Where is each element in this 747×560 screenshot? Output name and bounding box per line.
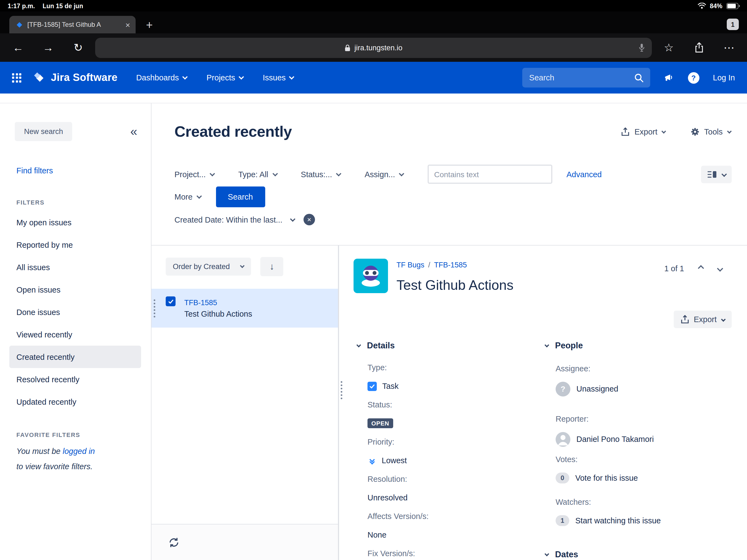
close-tab-icon[interactable]: × bbox=[125, 21, 130, 29]
sidebar-item-created-recently[interactable]: Created recently bbox=[9, 346, 141, 368]
drag-handle-icon[interactable] bbox=[154, 299, 155, 317]
watchers-value: 1 Start watching this issue bbox=[556, 511, 731, 530]
panel-resize-handle[interactable] bbox=[341, 381, 342, 399]
watchers-label: Watchers: bbox=[556, 493, 731, 511]
votes-value: 0 Vote for this issue bbox=[556, 469, 731, 487]
start-watching-link[interactable]: Start watching this issue bbox=[575, 516, 661, 525]
clock: 1:17 p.m. bbox=[8, 2, 35, 9]
microphone-icon[interactable] bbox=[639, 43, 645, 52]
issue-key-link[interactable]: TFB-1585 bbox=[184, 298, 338, 307]
chevron-down-icon bbox=[289, 74, 294, 79]
list-footer bbox=[152, 524, 338, 560]
chevron-down-icon bbox=[357, 343, 361, 348]
sidebar-item-all-issues[interactable]: All issues bbox=[0, 256, 151, 278]
sort-direction-button[interactable]: ↓ bbox=[261, 257, 284, 276]
nav-menu-projects[interactable]: Projects bbox=[206, 73, 243, 82]
project-link[interactable]: TF Bugs bbox=[396, 261, 424, 269]
sidebar-item-reported-by-me[interactable]: Reported by me bbox=[0, 233, 151, 256]
app-switcher-icon[interactable] bbox=[12, 73, 21, 82]
vote-for-issue-link[interactable]: Vote for this issue bbox=[575, 474, 638, 482]
nav-search-input[interactable]: Search bbox=[522, 68, 650, 87]
favorite-filters-heading: FAVORITE FILTERS bbox=[17, 432, 151, 438]
next-issue-button[interactable] bbox=[717, 265, 723, 271]
resolution-value: Unresolved bbox=[367, 488, 532, 507]
sidebar-item-open-issues[interactable]: Open issues bbox=[0, 278, 151, 301]
remove-filter-button[interactable]: × bbox=[304, 214, 315, 225]
new-search-button[interactable]: New search bbox=[15, 122, 73, 141]
affects-version-label: Affects Version/s: bbox=[367, 507, 532, 526]
filter-type-dropdown[interactable]: Type: All bbox=[238, 170, 277, 179]
sidebar-item-my-open-issues[interactable]: My open issues bbox=[0, 211, 151, 233]
issue-list-item[interactable]: TFB-1585 Test Github Actions bbox=[152, 289, 338, 328]
search-icon bbox=[634, 73, 643, 82]
tab-count-button[interactable]: 1 bbox=[727, 19, 739, 30]
back-button[interactable]: ← bbox=[11, 42, 25, 53]
nav-search-placeholder: Search bbox=[529, 73, 634, 82]
chevron-down-icon bbox=[399, 171, 404, 176]
sidebar-item-updated-recently[interactable]: Updated recently bbox=[0, 390, 151, 413]
url-text: jira.tungsten.io bbox=[354, 44, 403, 52]
pager-text: 1 of 1 bbox=[664, 264, 684, 273]
jira-logo[interactable]: Jira Software bbox=[33, 71, 118, 84]
forward-button[interactable]: → bbox=[41, 42, 55, 53]
sidebar-item-done-issues[interactable]: Done issues bbox=[0, 301, 151, 323]
refresh-icon[interactable] bbox=[169, 537, 179, 548]
tools-button[interactable]: Tools bbox=[690, 127, 730, 136]
results-list-panel: Order by Created ↓ TFB-1585 Test Github … bbox=[152, 246, 339, 560]
people-section-header[interactable]: People bbox=[545, 341, 731, 351]
export-icon bbox=[680, 315, 689, 324]
chevron-down-icon bbox=[183, 74, 187, 79]
order-by-dropdown[interactable]: Order by Created bbox=[166, 258, 251, 276]
more-filters-dropdown[interactable]: More bbox=[175, 193, 201, 201]
share-button[interactable] bbox=[692, 42, 706, 53]
issue-checkbox[interactable] bbox=[166, 297, 176, 306]
result-pager: 1 of 1 bbox=[664, 264, 722, 273]
details-section: Details Type: Task Status: OPEN bbox=[357, 341, 532, 560]
fix-version-label: Fix Version/s: bbox=[367, 544, 532, 560]
logged-in-link[interactable]: logged in bbox=[62, 447, 95, 456]
filter-assignee-dropdown[interactable]: Assign... bbox=[365, 170, 404, 179]
details-section-header[interactable]: Details bbox=[357, 341, 532, 351]
login-link[interactable]: Log In bbox=[713, 73, 735, 82]
dates-section-header[interactable]: Dates bbox=[545, 550, 731, 559]
sidebar-item-resolved-recently[interactable]: Resolved recently bbox=[0, 368, 151, 390]
contains-text-input[interactable] bbox=[428, 164, 552, 184]
nav-menu-issues[interactable]: Issues bbox=[263, 73, 294, 82]
lock-icon bbox=[344, 44, 351, 51]
issue-export-button[interactable]: Export bbox=[673, 311, 732, 328]
new-tab-button[interactable]: + bbox=[146, 19, 153, 31]
collapse-sidebar-icon[interactable]: « bbox=[130, 125, 137, 138]
issue-key-breadcrumb[interactable]: TFB-1585 bbox=[434, 261, 467, 269]
export-button[interactable]: Export bbox=[621, 127, 665, 136]
reporter-value: Daniel Pono Takamori bbox=[556, 428, 731, 450]
filter-project-dropdown[interactable]: Project... bbox=[175, 170, 214, 179]
reload-button[interactable]: ↻ bbox=[71, 42, 85, 53]
address-bar[interactable]: jira.tungsten.io bbox=[95, 37, 652, 58]
help-button[interactable]: ? bbox=[688, 72, 699, 83]
feedback-megaphone-icon[interactable] bbox=[664, 73, 674, 82]
previous-issue-button[interactable] bbox=[698, 265, 704, 271]
nav-menu-dashboards[interactable]: Dashboards bbox=[136, 73, 187, 82]
browser-tab[interactable]: [TFB-1585] Test Github A × bbox=[9, 16, 136, 33]
votes-count-badge: 0 bbox=[556, 473, 569, 483]
chevron-down-icon bbox=[272, 171, 277, 176]
chevron-down-icon[interactable] bbox=[290, 216, 295, 221]
filters-list: My open issues Reported by me All issues… bbox=[0, 211, 151, 413]
search-button[interactable]: Search bbox=[216, 186, 265, 207]
chevron-down-icon bbox=[240, 263, 245, 268]
type-label: Type: bbox=[367, 358, 532, 377]
status-badge: OPEN bbox=[367, 418, 393, 428]
issue-title: Test Github Actions bbox=[396, 277, 514, 293]
battery-percent: 84% bbox=[710, 2, 722, 9]
status-right: 84% bbox=[698, 2, 740, 9]
created-date-filter-chip[interactable]: Created Date: Within the last... bbox=[175, 215, 282, 224]
filter-status-dropdown[interactable]: Status:... bbox=[301, 170, 340, 179]
sidebar-item-viewed-recently[interactable]: Viewed recently bbox=[0, 323, 151, 346]
votes-label: Votes: bbox=[556, 450, 731, 469]
advanced-link[interactable]: Advanced bbox=[567, 170, 602, 179]
reporter-name[interactable]: Daniel Pono Takamori bbox=[576, 435, 654, 443]
find-filters-link[interactable]: Find filters bbox=[17, 166, 151, 175]
view-switcher-button[interactable] bbox=[701, 166, 732, 183]
bookmark-star-button[interactable]: ☆ bbox=[662, 42, 676, 53]
more-button[interactable]: ⋯ bbox=[722, 42, 736, 53]
